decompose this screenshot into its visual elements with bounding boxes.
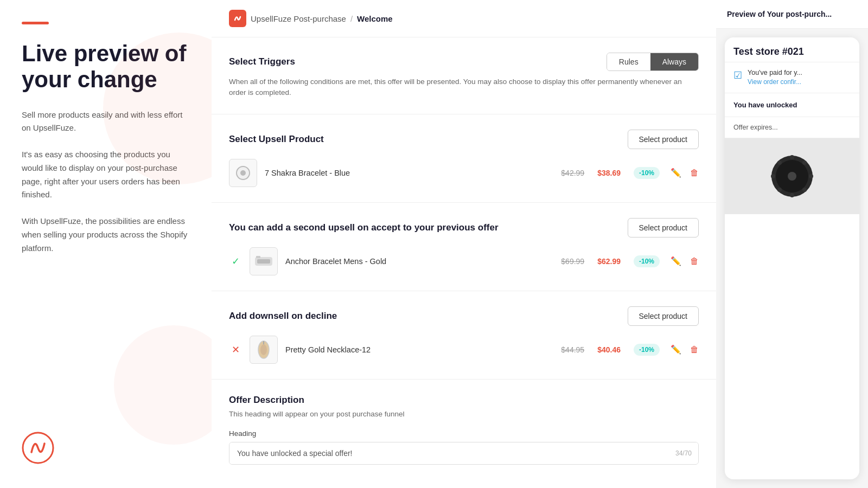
preview-phone: Test store #021 ☑ You've paid for y... V… xyxy=(725,37,859,479)
heading-label: Heading xyxy=(229,429,699,438)
upsell-discount-badge: -10% xyxy=(634,167,660,179)
preview-unlocked-row: You have unlocked xyxy=(725,93,859,117)
preview-expires-row: Offer expires... xyxy=(725,117,859,138)
second-upsell-product-name: Anchor Bracelet Mens - Gold xyxy=(285,257,553,266)
second-upsell-check-icon: ✓ xyxy=(229,255,242,267)
preview-product-image xyxy=(725,138,859,214)
second-upsell-product-row: ✓ Anchor Bracelet Mens - Gold $69.99 $62… xyxy=(229,247,699,275)
select-triggers-title: Select Triggers xyxy=(229,56,295,67)
second-upsell-edit-button[interactable]: ✏️ xyxy=(671,256,681,266)
downsell-thumb xyxy=(250,336,278,364)
second-upsell-title: You can add a second upsell on accept to… xyxy=(229,222,499,233)
paragraph-3: With UpsellFuze, the possibilities are e… xyxy=(22,215,190,255)
char-count: 34/70 xyxy=(675,450,692,457)
second-upsell-delete-button[interactable]: 🗑 xyxy=(690,256,699,266)
svg-point-13 xyxy=(802,160,807,165)
svg-point-15 xyxy=(802,188,807,192)
upsell-fuze-logo-icon xyxy=(22,432,54,464)
logo-area xyxy=(22,432,54,466)
second-upsell-section: You can add a second upsell on accept to… xyxy=(212,203,716,291)
preview-check-circle-icon: ☑ xyxy=(733,69,742,81)
preview-order-link[interactable]: View order confir... xyxy=(748,78,801,86)
downsell-product-row: ✕ Pretty Gold Necklace-12 $44.95 $40.46 … xyxy=(229,336,699,364)
second-upsell-original-price: $69.99 xyxy=(561,257,584,266)
select-triggers-section: Select Triggers Rules Always When all of… xyxy=(212,37,716,114)
svg-point-18 xyxy=(771,174,775,178)
upsell-product-name: 7 Shakra Bracelet - Blue xyxy=(265,169,553,177)
downsell-edit-button[interactable]: ✏️ xyxy=(671,344,681,355)
downsell-discounted-price: $40.46 xyxy=(597,345,621,354)
upsell-original-price: $42.99 xyxy=(561,169,584,177)
upsell-edit-button[interactable]: ✏️ xyxy=(671,168,681,178)
accent-bar xyxy=(22,22,49,24)
select-downsell-button[interactable]: Select product xyxy=(628,306,699,326)
heading-input-wrapper: 34/70 xyxy=(229,442,699,465)
upsell-delete-button[interactable]: 🗑 xyxy=(690,168,699,178)
downsell-original-price: $44.95 xyxy=(561,345,584,354)
select-upsell-title: Select Upsell Product xyxy=(229,134,324,145)
breadcrumb-current-page: Welcome xyxy=(357,14,393,23)
second-upsell-discounted-price: $62.99 xyxy=(597,257,621,266)
select-second-upsell-button[interactable]: Select product xyxy=(628,218,699,237)
preview-paid-text: You've paid for y... xyxy=(748,69,802,76)
upsell-product-row: 7 Shakra Bracelet - Blue $42.99 $38.69 -… xyxy=(229,159,699,187)
svg-point-14 xyxy=(809,174,813,178)
downsell-x-icon: ✕ xyxy=(229,344,242,356)
downsell-section: Add downsell on decline Select product ✕… xyxy=(212,291,716,380)
svg-point-2 xyxy=(240,170,246,176)
breadcrumb-app-name: UpsellFuze Post-purchase xyxy=(251,14,346,23)
second-upsell-thumb xyxy=(250,247,278,275)
svg-point-11 xyxy=(788,172,796,181)
preview-header: Preview of Your post-purch... xyxy=(716,0,868,29)
svg-point-8 xyxy=(260,344,267,355)
svg-rect-4 xyxy=(257,259,270,264)
always-button[interactable]: Always xyxy=(650,53,698,70)
svg-rect-5 xyxy=(256,256,260,258)
second-upsell-discount-badge: -10% xyxy=(634,255,660,267)
upsell-discounted-price: $38.69 xyxy=(597,169,621,177)
upsell-product-thumb xyxy=(229,159,257,187)
downsell-delete-button[interactable]: 🗑 xyxy=(690,345,699,355)
preview-paid-row: ☑ You've paid for y... View order confir… xyxy=(725,62,859,93)
content-area: Select Triggers Rules Always When all of… xyxy=(212,37,716,488)
downsell-title: Add downsell on decline xyxy=(229,311,337,322)
rules-button[interactable]: Rules xyxy=(607,53,650,70)
breadcrumb: UpsellFuze Post-purchase / Welcome xyxy=(212,0,716,37)
svg-point-17 xyxy=(777,188,782,192)
svg-point-19 xyxy=(777,160,782,165)
svg-point-16 xyxy=(790,193,794,197)
right-preview-panel: Preview of Your post-purch... Test store… xyxy=(716,0,868,488)
left-panel: Live preview of your change Sell more pr… xyxy=(0,0,212,488)
select-upsell-section: Select Upsell Product Select product 7 S… xyxy=(212,114,716,203)
select-triggers-desc: When all of the following conditions are… xyxy=(229,76,699,99)
svg-point-12 xyxy=(790,155,794,159)
trigger-button-group[interactable]: Rules Always xyxy=(607,53,699,71)
offer-description-title: Offer Description xyxy=(229,395,699,406)
offer-description-section: Offer Description This heading will appe… xyxy=(212,380,716,480)
main-content: UpsellFuze Post-purchase / Welcome Selec… xyxy=(212,0,716,488)
downsell-product-name: Pretty Gold Necklace-12 xyxy=(285,345,553,354)
heading-input[interactable] xyxy=(229,442,698,464)
preview-store-name: Test store #021 xyxy=(725,37,859,62)
breadcrumb-separator: / xyxy=(350,14,353,23)
select-upsell-product-button[interactable]: Select product xyxy=(628,130,699,149)
downsell-discount-badge: -10% xyxy=(634,344,660,356)
offer-description-desc: This heading will appear on your post pu… xyxy=(229,409,699,420)
app-logo xyxy=(229,10,246,27)
